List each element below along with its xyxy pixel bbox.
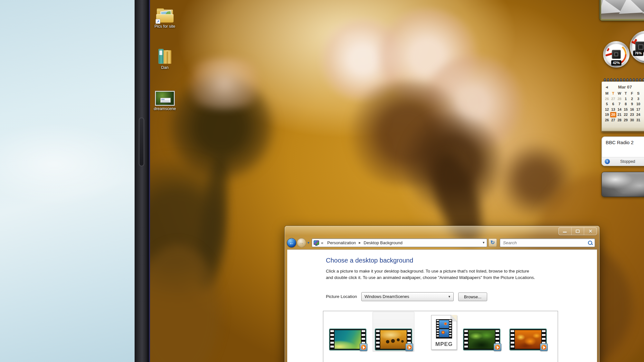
video-preview <box>335 330 361 349</box>
monitor-bezel <box>135 0 149 362</box>
calendar-day-cell: 23 <box>629 112 635 117</box>
opera-house-shell <box>618 0 644 14</box>
description-line: and double click it. To use an animated … <box>326 274 571 281</box>
calendar-day-cell: 8 <box>623 101 629 107</box>
refresh-button[interactable]: ↻ <box>488 238 497 247</box>
picture-location-value: Windows DreamScenes <box>365 294 409 299</box>
calendar-day-cell: 24 <box>635 112 642 117</box>
picture-location-select[interactable]: Windows DreamScenes ▼ <box>361 292 454 301</box>
calendar-day-cell: 6 <box>610 101 617 107</box>
photo-glare <box>0 122 135 206</box>
calendar-day-cell: 26 <box>604 96 610 102</box>
desktop-icon-dan[interactable]: Dan <box>151 48 178 70</box>
desktop-icon-pics-for-site[interactable]: ↗ Pics for site <box>151 8 178 29</box>
window-content: Choose a desktop background Click a pict… <box>287 249 597 362</box>
play-icon <box>360 343 367 351</box>
address-dropdown-icon[interactable]: ▼ <box>480 241 487 244</box>
dreamscene-item-vista-aurora[interactable] <box>330 329 366 350</box>
calendar-day-cell: 19 <box>604 112 610 117</box>
calendar-day-cell: 15 <box>623 107 629 112</box>
photo-background: ↗ Pics for site Dan dreamscene <box>0 0 644 362</box>
search-input[interactable] <box>500 240 586 245</box>
desktop-icon-label: dreamscene <box>151 107 178 111</box>
calendar-day-header: M <box>604 91 610 96</box>
breadcrumb-separator-icon: ▶ <box>357 241 362 244</box>
calendar-day-cell: 27 <box>610 117 617 123</box>
minimize-button[interactable] <box>559 227 572 235</box>
calendar-day-header: T <box>610 91 617 96</box>
close-button[interactable]: ✕ <box>584 227 597 235</box>
calendar-day-cell: 16 <box>629 107 635 112</box>
mpeg-label: MPEG <box>431 341 457 348</box>
dreamscene-item-forest-green[interactable] <box>464 329 500 350</box>
calendar-day-cell: 31 <box>635 117 642 123</box>
calendar-day-cell: 27 <box>610 96 617 102</box>
calendar-day-cell: 28 <box>616 117 623 123</box>
video-preview <box>380 330 407 349</box>
calendar-day-cell: 14 <box>616 107 623 112</box>
photo-slideshow-gadget[interactable] <box>600 0 644 21</box>
dreamscene-item-fire[interactable] <box>510 329 546 350</box>
recent-pages-dropdown-icon[interactable]: ▼ <box>306 241 311 245</box>
calendar-day-cell: 9 <box>629 101 635 107</box>
video-preview <box>515 330 541 349</box>
cpu-chip-icon <box>612 50 621 59</box>
radio-status-label: Stopped <box>620 159 635 164</box>
play-icon <box>540 343 548 351</box>
wallpaper-blob <box>178 58 271 109</box>
search-icon[interactable] <box>586 239 595 247</box>
calendar-day-cell: 13 <box>610 107 617 112</box>
desktop-icon-label: Pics for site <box>151 24 178 29</box>
desktop-icon-dreamscene[interactable]: dreamscene <box>151 91 178 111</box>
forward-button[interactable]: → <box>297 238 306 247</box>
calendar-day-header: S <box>635 91 642 96</box>
calendar-gadget[interactable]: ◀ Mar 07 MTWTFS2627281235678910121314151… <box>601 78 644 132</box>
filmstrip-icon <box>436 319 452 339</box>
calendar-day-cell: 12 <box>604 107 610 112</box>
calendar-day-cell: 22 <box>623 112 629 117</box>
minimize-icon <box>563 232 567 233</box>
browse-button[interactable]: Browse... <box>458 292 487 301</box>
desktop-background-window: ✕ ← → ▼ « Personalization ▶ Desktop Back… <box>285 226 600 362</box>
address-bar[interactable]: « Personalization ▶ Desktop Background ▼ <box>312 238 487 247</box>
monitor-control-button <box>139 117 144 166</box>
user-folder-icon <box>158 48 172 64</box>
dreamscene-item-mpeg-file[interactable]: MPEG <box>431 315 457 350</box>
breadcrumb-overflow-icon[interactable]: « <box>321 240 323 245</box>
calendar-month-label: Mar 07 <box>610 85 640 89</box>
calendar-day-header: W <box>616 91 623 96</box>
description-line: Click a picture to make it your desktop … <box>326 268 571 274</box>
desktop-icon-label: Dan <box>151 65 178 70</box>
cpu-meter-gadget[interactable]: 42% <box>603 41 630 68</box>
radio-control-bar: i Stopped <box>602 157 644 166</box>
weather-gadget[interactable]: 5 Bath, G <box>601 172 644 197</box>
page-title: Choose a desktop background <box>326 257 413 264</box>
calendar-day-cell: 21 <box>616 112 623 117</box>
calendar-day-cell: 5 <box>604 101 610 107</box>
opera-house-shell <box>600 0 622 14</box>
breadcrumb-desktop-background[interactable]: Desktop Background <box>362 240 404 245</box>
picture-location-label: Picture Location <box>326 294 357 299</box>
calendar-day-cell: 29 <box>623 117 629 123</box>
calendar-page: ◀ Mar 07 MTWTFS2627281235678910121314151… <box>601 81 644 132</box>
radio-gadget[interactable]: BBC Radio 2 i Stopped <box>601 136 644 166</box>
play-icon <box>494 343 501 351</box>
calendar-day-header: T <box>623 91 629 96</box>
calendar-day-cell: 28 <box>616 96 623 102</box>
video-thumbnail-icon <box>155 91 175 106</box>
calendar-prev-month-icon[interactable]: ◀ <box>604 85 610 89</box>
radio-station-label: BBC Radio 2 <box>602 137 644 145</box>
dreamscene-item-flower-field[interactable] <box>375 329 412 350</box>
navigation-toolbar: ← → ▼ « Personalization ▶ Desktop Backgr… <box>285 236 600 249</box>
breadcrumb-personalization[interactable]: Personalization <box>326 240 357 245</box>
info-icon[interactable]: i <box>605 159 610 164</box>
back-button[interactable]: ← <box>287 238 296 247</box>
maximize-button[interactable] <box>572 227 584 235</box>
folder-shortcut-icon: ↗ <box>156 8 174 23</box>
filmstrip-thumbnail <box>464 329 500 350</box>
background-list: MPEG <box>323 311 558 362</box>
screen-edge <box>149 0 150 362</box>
personalization-display-icon <box>314 240 319 245</box>
calendar-day-header: F <box>629 91 635 96</box>
filmstrip-thumbnail <box>330 329 366 350</box>
